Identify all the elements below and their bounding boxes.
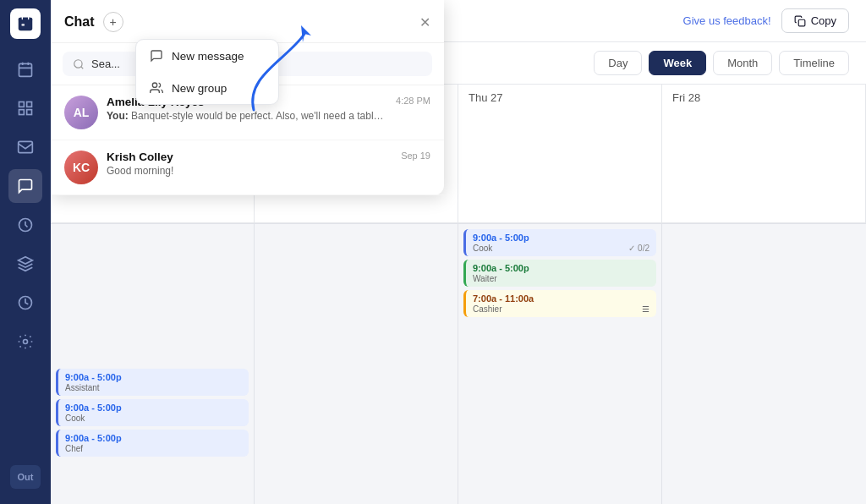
event-time: 9:00a - 5:00p [65,403,242,413]
chat-name-krish: Krish Colley [107,151,392,163]
event-time: 9:00a - 5:00p [65,372,242,382]
new-group-label: New group [172,82,227,95]
cal-event[interactable]: 9:00a - 5:00p Cook [56,399,249,426]
chat-item-krish[interactable]: KC Krish Colley Good morning! Sep 19 [51,140,444,195]
copy-label: Copy [811,14,836,27]
chat-new-button[interactable]: + [103,12,123,32]
chat-preview-amelia: You: Banquet-style would be perfect. Als… [107,110,387,122]
cal-col-wed [255,224,458,505]
sidebar-item-settings[interactable] [8,325,42,359]
chat-meta-krish: Krish Colley Good morning! [107,151,392,177]
avatar-amelia: AL [64,96,98,129]
main-content: Give us feedback! Copy Day Week Month Ti… [51,0,866,504]
app-logo [10,8,41,39]
svg-rect-3 [19,63,32,76]
event-role: Assistant [65,383,242,392]
day-header-fri: Fri 28 [662,85,866,223]
new-message-label: New message [172,50,244,63]
svg-point-11 [24,340,28,344]
cal-event[interactable]: 9:00a - 5:00p Assistant [56,369,249,396]
chat-time-amelia: 4:28 PM [396,96,430,106]
svg-rect-7 [27,110,32,115]
cal-cell-fri [662,224,866,505]
sidebar-item-chat[interactable] [8,169,42,203]
sidebar-item-clock[interactable] [8,208,42,242]
event-time: 9:00a - 5:00p [473,233,650,243]
cal-event[interactable]: 9:00a - 5:00p Chef [56,430,249,457]
cal-cell-tue-top [51,224,254,364]
day-header-thu: Thu 27 [458,85,662,223]
svg-rect-8 [19,141,33,152]
chat-preview-krish: Good morning! [107,165,392,177]
event-time: 9:00a - 5:00p [65,433,242,443]
svg-rect-2 [21,24,25,26]
cal-col-thu: 9:00a - 5:00p Cook ✓ 0/2 9:00a - 5:00p W… [458,224,662,505]
event-role: Cook ✓ 0/2 [473,244,650,253]
cal-col-fri [662,224,866,505]
new-group-icon [150,81,163,95]
search-icon [73,58,85,70]
chat-time-krish: Sep 19 [401,151,430,161]
event-role: Waiter [473,274,650,283]
copy-icon [794,15,806,27]
cal-col-tue: 9:00a - 5:00p Assistant 9:00a - 5:00p Co… [51,224,255,505]
sidebar-item-travel[interactable] [8,247,42,281]
chat-panel: Chat + ✕ New message New group [51,0,444,195]
sidebar: Out [0,0,51,504]
new-message-icon [150,49,163,63]
view-timeline-button[interactable]: Timeline [779,51,849,75]
chat-close-button[interactable]: ✕ [419,14,430,30]
copy-button[interactable]: Copy [781,8,849,33]
svg-rect-4 [19,102,25,107]
cal-event[interactable]: 7:00a - 11:00a Cashier ☰ [463,290,656,317]
chat-dropdown-menu: New message New group [135,39,279,105]
svg-rect-12 [798,19,805,26]
view-week-button[interactable]: Week [649,51,706,75]
feedback-link[interactable]: Give us feedback! [683,14,771,27]
svg-rect-6 [19,110,25,115]
dropdown-new-group[interactable]: New group [136,72,278,104]
cal-cell-tue-events: 9:00a - 5:00p Assistant 9:00a - 5:00p Co… [51,364,254,504]
svg-rect-1 [19,18,33,22]
cal-event[interactable]: 9:00a - 5:00p Cook ✓ 0/2 [463,229,656,256]
svg-rect-5 [27,102,32,107]
sidebar-item-grid[interactable] [8,91,42,125]
cal-event[interactable]: 9:00a - 5:00p Waiter [463,260,656,287]
view-day-button[interactable]: Day [594,51,642,75]
svg-point-13 [152,83,156,87]
event-time: 9:00a - 5:00p [473,263,650,273]
sidebar-item-history[interactable] [8,286,42,320]
svg-point-15 [74,59,82,67]
sidebar-item-mail[interactable] [8,130,42,164]
out-button[interactable]: Out [10,465,41,489]
event-role: Cook [65,414,242,423]
chat-title: Chat [64,14,95,30]
event-role: Cashier ☰ [473,304,650,314]
event-role: Chef [65,444,242,453]
event-time: 7:00a - 11:00a [473,293,650,304]
avatar-krish: KC [64,151,98,184]
view-month-button[interactable]: Month [713,51,772,75]
chat-header: Chat + ✕ [51,0,444,43]
cal-cell-thu-events: 9:00a - 5:00p Cook ✓ 0/2 9:00a - 5:00p W… [458,224,661,505]
sidebar-item-calendar[interactable] [8,52,42,86]
cal-cell-wed [255,224,458,505]
dropdown-new-message[interactable]: New message [136,40,278,72]
